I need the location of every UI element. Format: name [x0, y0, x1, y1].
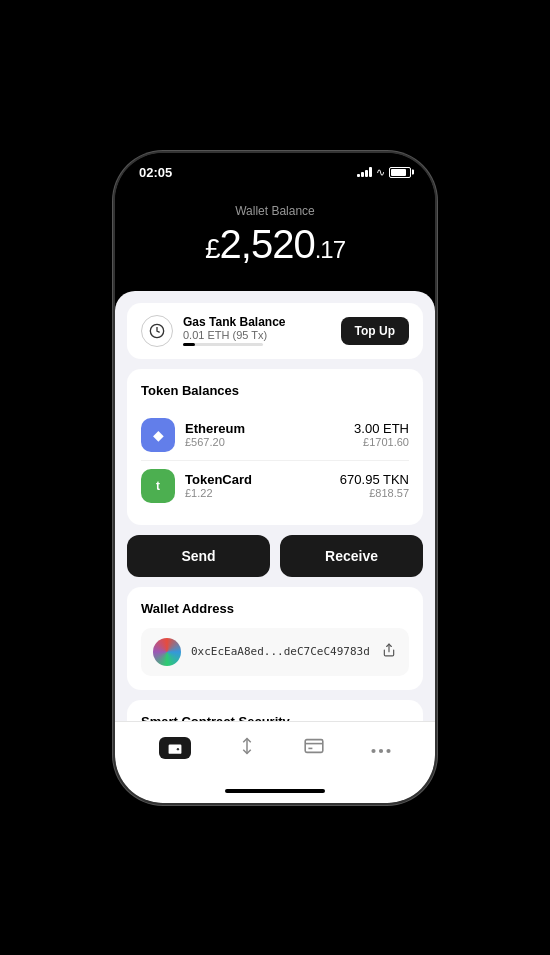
- main-content: Gas Tank Balance 0.01 ETH (95 Tx) Top Up…: [115, 291, 435, 721]
- card-nav-icon: [304, 738, 324, 759]
- tokencard-gbp: £1.22: [185, 487, 252, 499]
- status-bar: 02:05 ∿: [115, 153, 435, 184]
- battery-icon: [389, 167, 411, 178]
- send-button[interactable]: Send: [127, 535, 270, 577]
- token-right-tokencard: 670.95 TKN £818.57: [340, 472, 409, 499]
- ethereum-gbp: £567.20: [185, 436, 245, 448]
- tokencard-icon: t: [141, 469, 175, 503]
- token-item-ethereum[interactable]: ◆ Ethereum £567.20 3.00 ETH £1701.60: [141, 410, 409, 460]
- gas-info: Gas Tank Balance 0.01 ETH (95 Tx): [183, 315, 286, 346]
- status-time: 02:05: [139, 165, 172, 180]
- amount-cents: .17: [315, 236, 345, 263]
- gas-tank-card: Gas Tank Balance 0.01 ETH (95 Tx) Top Up: [127, 303, 423, 359]
- ethereum-name: Ethereum: [185, 421, 245, 436]
- home-bar: [225, 789, 325, 793]
- smart-contract-card: Smart Contract Security: [127, 700, 423, 721]
- tokencard-amount: 670.95 TKN: [340, 472, 409, 487]
- phone-frame: 02:05 ∿ Wallet Balance £2,520.17: [115, 153, 435, 803]
- wallet-address-text: 0xcEcEaA8ed...deC7CeC49783d: [191, 645, 370, 658]
- nav-item-card[interactable]: [294, 732, 334, 765]
- share-address-button[interactable]: [380, 640, 398, 663]
- wallet-nav-icon: [159, 737, 191, 759]
- transfer-nav-icon: [238, 736, 256, 761]
- wallet-address-inner: 0xcEcEaA8ed...deC7CeC49783d: [141, 628, 409, 676]
- gas-progress-fill: [183, 343, 195, 346]
- receive-button[interactable]: Receive: [280, 535, 423, 577]
- wallet-address-card: Wallet Address 0xcEcEaA8ed...deC7CeC4978…: [127, 587, 423, 690]
- wallet-amount: £2,520.17: [135, 222, 415, 267]
- svg-point-3: [177, 748, 179, 750]
- smart-contract-title: Smart Contract Security: [141, 714, 409, 721]
- gas-progress-bar: [183, 343, 263, 346]
- gas-tank-title: Gas Tank Balance: [183, 315, 286, 329]
- nav-item-more[interactable]: [361, 732, 401, 765]
- svg-point-10: [387, 748, 391, 752]
- amount-main: 2,520: [220, 222, 315, 266]
- svg-rect-5: [305, 739, 323, 752]
- nav-item-wallet[interactable]: [149, 731, 201, 765]
- more-nav-icon: [371, 738, 391, 759]
- nav-item-transfer[interactable]: [228, 730, 266, 767]
- wifi-icon: ∿: [376, 166, 385, 179]
- action-buttons: Send Receive: [127, 535, 423, 577]
- tokencard-amount-gbp: £818.57: [340, 487, 409, 499]
- gas-tank-subtitle: 0.01 ETH (95 Tx): [183, 329, 286, 341]
- address-avatar: [153, 638, 181, 666]
- signal-icon: [357, 167, 372, 177]
- token-balances-title: Token Balances: [141, 383, 409, 398]
- token-item-tokencard[interactable]: t TokenCard £1.22 670.95 TKN £818.57: [141, 460, 409, 511]
- token-left-tokencard: t TokenCard £1.22: [141, 469, 252, 503]
- svg-rect-2: [168, 745, 181, 754]
- currency-symbol: £: [205, 233, 220, 264]
- bottom-nav: [115, 721, 435, 783]
- home-indicator: [115, 783, 435, 803]
- tokencard-name: TokenCard: [185, 472, 252, 487]
- wallet-balance-label: Wallet Balance: [135, 204, 415, 218]
- phone-screen: 02:05 ∿ Wallet Balance £2,520.17: [115, 153, 435, 803]
- svg-point-9: [379, 748, 383, 752]
- wallet-address-title: Wallet Address: [141, 601, 409, 616]
- ethereum-amount-gbp: £1701.60: [354, 436, 409, 448]
- gas-tank-icon: [141, 315, 173, 347]
- ethereum-amount: 3.00 ETH: [354, 421, 409, 436]
- wallet-header: Wallet Balance £2,520.17: [115, 184, 435, 291]
- ethereum-icon: ◆: [141, 418, 175, 452]
- top-up-button[interactable]: Top Up: [341, 317, 409, 345]
- token-balances-card: Token Balances ◆ Ethereum £567.20 3.00 E…: [127, 369, 423, 525]
- status-icons: ∿: [357, 166, 411, 179]
- token-left-ethereum: ◆ Ethereum £567.20: [141, 418, 245, 452]
- token-right-ethereum: 3.00 ETH £1701.60: [354, 421, 409, 448]
- svg-point-8: [372, 748, 376, 752]
- gas-tank-left: Gas Tank Balance 0.01 ETH (95 Tx): [141, 315, 286, 347]
